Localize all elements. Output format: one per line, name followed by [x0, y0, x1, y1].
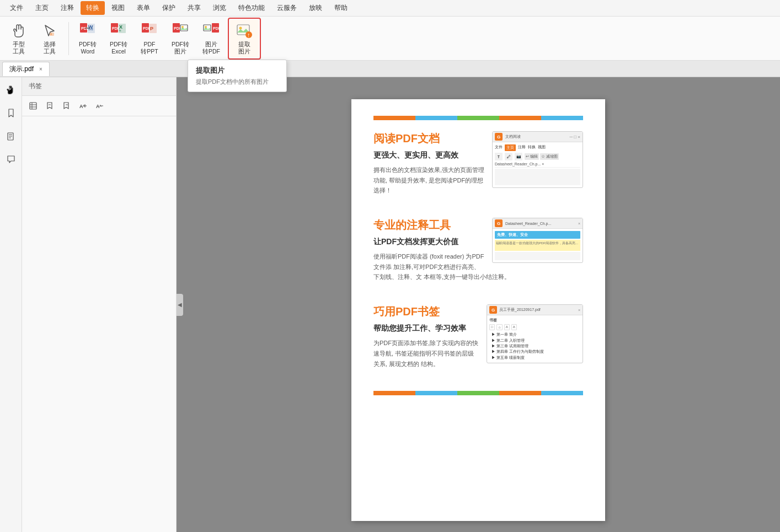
extract-img-btn[interactable]: ↑ 提取图片 [230, 20, 259, 57]
tooltip-description: 提取PDF文档中的所有图片 [196, 78, 279, 86]
svg-rect-32 [30, 103, 36, 109]
sidebar-hand-icon[interactable] [3, 82, 19, 98]
bottom-color-seg-2 [415, 391, 457, 395]
bottom-color-seg-1 [373, 391, 415, 395]
pdf-ppt-icon: PDF P [141, 22, 158, 40]
img-to-pdf-label: 图片转PDF [202, 41, 220, 55]
collapse-panel-handle[interactable]: ◀ [177, 294, 183, 316]
pdf-to-ppt-btn[interactable]: PDF P PDF转PPT [135, 20, 164, 57]
menu-convert[interactable]: 转换 [81, 1, 105, 15]
bottom-color-seg-4 [499, 391, 541, 395]
svg-point-25 [239, 26, 242, 29]
hand-icon [10, 22, 28, 40]
extract-img-icon: ↑ [236, 22, 253, 40]
pdf-to-img-label: PDF转图片 [172, 41, 189, 55]
img-to-pdf-btn[interactable]: PDF 图片转PDF [197, 20, 226, 57]
svg-text:ls: ls [119, 29, 121, 32]
color-seg-3 [457, 116, 499, 120]
bottom-color-seg-5 [541, 391, 583, 395]
panel-text-increase-icon[interactable]: A A [76, 99, 89, 112]
hand-tool-btn[interactable]: 手型工具 [4, 20, 33, 57]
pdf-word-icon: PDF W ord [79, 22, 97, 40]
menu-file[interactable]: 文件 [4, 1, 29, 15]
panel-bookmark-add-icon[interactable] [43, 99, 56, 112]
menu-annotate[interactable]: 注释 [55, 1, 79, 15]
pdf-section-3: G 员工手册_20120917.pdf × 书签 □ ☆ A A [373, 304, 583, 369]
pdf-section-1: G 文档阅读 ─ □ × 文件 主页 注释 转换 视图 [373, 131, 583, 196]
pdf-section-2: G Datasheet_Reader_Ch.p... × 免费、快速、安全 福昕… [373, 218, 583, 282]
panel-toolbar: A A A A [22, 96, 176, 116]
bottom-color-seg-3 [457, 391, 499, 395]
left-sidebar [0, 77, 22, 532]
pdf-bottom-color-bar [373, 391, 583, 395]
select-tool-btn[interactable]: A 选择工具 [35, 20, 64, 57]
pdf-to-ppt-label: PDF转PPT [141, 41, 158, 55]
panel-bookmark-remove-icon[interactable] [60, 99, 73, 112]
menu-cloud[interactable]: 云服务 [271, 1, 302, 15]
menu-view[interactable]: 视图 [106, 1, 130, 15]
panel-text-decrease-icon[interactable]: A A [93, 99, 106, 112]
pdf-to-word-label: PDF转Word [79, 41, 97, 55]
sidebar-pages-icon[interactable] [3, 128, 19, 144]
svg-rect-20 [204, 25, 211, 31]
svg-text:PDF: PDF [213, 26, 220, 30]
color-seg-4 [499, 116, 541, 120]
svg-text:P: P [150, 26, 153, 31]
color-seg-5 [541, 116, 583, 120]
menu-home[interactable]: 主页 [30, 1, 54, 15]
hand-tool-label: 手型工具 [13, 41, 25, 55]
img-pdf-icon: PDF [202, 22, 220, 40]
menu-feature[interactable]: 特色功能 [233, 1, 270, 15]
extract-img-highlight-box: ↑ 提取图片 [228, 18, 261, 60]
pdf-to-word-btn[interactable]: PDF W ord PDF转Word [73, 20, 102, 57]
menu-slideshow[interactable]: 放映 [303, 1, 328, 15]
menu-help[interactable]: 帮助 [329, 1, 353, 15]
svg-text:↑: ↑ [247, 31, 250, 38]
color-seg-1 [373, 116, 415, 120]
tooltip: 提取图片 提取PDF文档中的所有图片 [188, 60, 287, 92]
pdf-tab[interactable]: 演示.pdf × [2, 62, 50, 76]
menu-protect[interactable]: 保护 [157, 1, 181, 15]
pdf-top-color-bar [373, 116, 583, 120]
pdf-to-excel-btn[interactable]: PDF X ls PDF转Excel [104, 20, 133, 57]
sidebar-comment-icon[interactable] [3, 151, 19, 168]
panel-area: 书签 [22, 77, 177, 532]
pdf-excel-icon: PDF X ls [110, 22, 127, 40]
pdf-to-excel-label: PDF转Excel [110, 41, 127, 55]
panel-header: 书签 [22, 77, 176, 96]
extract-img-label: 提取图片 [238, 41, 250, 55]
menu-share[interactable]: 共享 [182, 1, 206, 15]
menubar: 文件 主页 注释 转换 视图 表单 保护 共享 浏览 特色功能 云服务 放映 帮… [0, 0, 780, 17]
main-area: 书签 [0, 77, 780, 532]
content-area: ◀ G 文档阅读 [177, 77, 780, 532]
select-tool-label: 选择工具 [44, 41, 56, 55]
tabbar: 演示.pdf × [0, 61, 780, 77]
tab-close-btn[interactable]: × [39, 66, 42, 72]
color-seg-2 [415, 116, 457, 120]
menu-form[interactable]: 表单 [131, 1, 156, 15]
pdf-page: G 文档阅读 ─ □ × 文件 主页 注释 转换 视图 [351, 99, 605, 521]
tab-filename: 演示.pdf [9, 65, 34, 74]
pdf-to-img-btn[interactable]: PDF PDF转图片 [166, 20, 195, 57]
tooltip-title: 提取图片 [196, 66, 279, 76]
panel-table-icon[interactable] [26, 99, 40, 112]
sidebar-bookmark-icon[interactable] [3, 105, 19, 121]
menu-browse[interactable]: 浏览 [207, 1, 232, 15]
select-icon: A [41, 22, 58, 40]
toolbar-separator-1 [68, 22, 69, 55]
toolbar: 手型工具 A 选择工具 PDF W ord PDF转Word [0, 17, 780, 61]
pdf-img-icon: PDF [172, 22, 189, 40]
panel-content [22, 116, 176, 532]
